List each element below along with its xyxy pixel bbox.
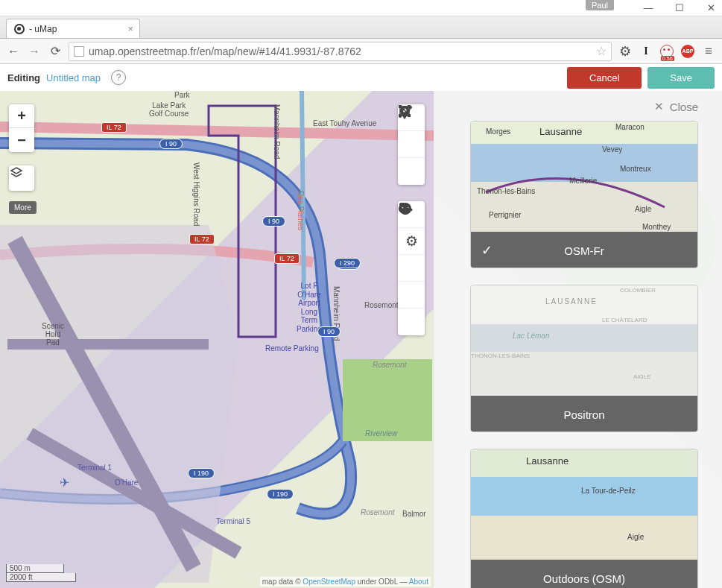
tile-name: OSM-Fr: [564, 244, 604, 257]
chrome-menu-icon[interactable]: ≡: [701, 44, 716, 59]
about-link[interactable]: About: [409, 578, 428, 586]
tile-name: Outdoors (OSM): [543, 572, 625, 585]
more-button[interactable]: More: [9, 201, 37, 214]
map-label: ScenicHoldPad: [42, 322, 64, 347]
bookmark-star-icon[interactable]: ☆: [596, 44, 607, 58]
map-label: Lake ParkGolf Course: [149, 101, 189, 118]
tilelayer-option-outdoors[interactable]: Lausanne La Tour-de-Peilz Aigle Outdoors…: [470, 449, 698, 588]
tilelayer-option-positron[interactable]: LAUSANNE COLOMBIER LE CHÂTELARD Lac Léma…: [470, 285, 698, 432]
map-label: East Touhy Avenue: [313, 119, 376, 127]
minimize-button[interactable]: —: [643, 3, 653, 13]
route-shield: IL 72: [101, 122, 127, 133]
reload-button[interactable]: ⟳: [48, 44, 63, 59]
map-label: West Higgins Road: [192, 162, 200, 226]
route-shield: IL 72: [189, 234, 215, 244]
settings-gear-icon[interactable]: ⚙: [618, 44, 633, 59]
route-shield: I 190: [188, 468, 215, 478]
map-settings-button[interactable]: ⚙: [398, 228, 425, 255]
draw-tools: [398, 104, 425, 185]
url-input[interactable]: [89, 45, 592, 57]
tile-preview: Morges Lausanne Maracon Vevey Montreux M…: [471, 121, 697, 232]
url-input-wrap: ☆: [69, 42, 612, 61]
tile-preview: LAUSANNE COLOMBIER LE CHÂTELARD Lac Léma…: [471, 285, 697, 396]
extension-face-icon[interactable]: 0.56: [659, 44, 674, 59]
editor-header: Editing Untitled map ? Cancel Save: [0, 64, 722, 91]
svg-rect-5: [399, 105, 402, 108]
url-bar: ← → ⟳ ☆ ⚙ I 0.56 ABP ≡: [0, 39, 722, 64]
user-badge: Paul: [586, 0, 614, 10]
editing-label: Editing: [7, 72, 40, 83]
route-shield: I 90: [159, 139, 183, 149]
center-zoom-button[interactable]: [398, 282, 425, 309]
close-window-button[interactable]: ✕: [706, 3, 716, 13]
svg-rect-6: [408, 105, 411, 108]
map-label: Lot FO'HareAirportLongTermParking: [297, 282, 322, 333]
page-icon: [74, 46, 84, 57]
map-label: O'Hare: [115, 478, 138, 487]
tile-name: Positron: [563, 408, 604, 421]
draw-polygon-button[interactable]: [398, 158, 425, 185]
map-attribution: map data © OpenStreetMap under ODbL — Ab…: [260, 577, 431, 587]
route-shield: IL 72: [274, 253, 300, 264]
tilelayer-panel: ✕ Close Morges Lausanne Maracon Vevey Mo…: [434, 91, 722, 588]
route-shield: I 190: [267, 489, 294, 499]
map-label: Rosemont: [373, 361, 407, 369]
import-layer-button[interactable]: [9, 165, 34, 191]
extension-i-icon[interactable]: I: [639, 44, 653, 59]
permissions-button[interactable]: [398, 309, 425, 335]
scale-control: 500 m 2000 ft: [6, 564, 76, 582]
map-label: Terminal 5: [216, 517, 250, 525]
svg-rect-7: [399, 114, 402, 117]
key-icon: [398, 201, 413, 216]
maximize-button[interactable]: ☐: [674, 3, 685, 13]
map-label: Remote Parking: [265, 344, 319, 353]
map-canvas[interactable]: Lake ParkGolf Course Park East Touhy Ave…: [0, 91, 434, 588]
map-label: Balmor: [402, 510, 426, 518]
close-tab-icon[interactable]: ×: [127, 23, 133, 34]
tab-title: - uMap: [29, 24, 57, 34]
map-tools: ⚙: [398, 201, 425, 335]
help-icon[interactable]: ?: [111, 70, 126, 85]
umap-favicon-icon: [14, 24, 25, 34]
adblock-icon[interactable]: ABP: [680, 44, 695, 59]
tile-footer: Outdoors (OSM): [471, 560, 697, 588]
forward-button[interactable]: →: [27, 44, 42, 59]
zoom-control: + −: [9, 104, 34, 152]
scale-imperial: 2000 ft: [6, 573, 76, 582]
map-label: Riverview: [365, 429, 397, 437]
svg-rect-8: [408, 114, 411, 117]
polygon-icon: [398, 104, 411, 118]
zoom-out-button[interactable]: −: [9, 128, 34, 152]
close-icon: ✕: [654, 100, 664, 113]
save-button[interactable]: Save: [647, 67, 715, 89]
window-titlebar: Paul — ☐ ✕: [0, 0, 722, 16]
tile-footer: ✓ OSM-Fr: [471, 232, 697, 268]
route-shield: I 290: [334, 258, 361, 268]
gear-icon: ⚙: [405, 233, 418, 250]
airplane-icon: ✈: [60, 475, 69, 490]
tab-strip: - uMap ×: [0, 16, 722, 39]
browser-tab[interactable]: - uMap ×: [6, 19, 140, 38]
map-label: Mannheim Road: [273, 104, 281, 159]
tilelayers-button[interactable]: [398, 255, 425, 282]
tile-preview: Lausanne La Tour-de-Peilz Aigle: [471, 449, 697, 560]
route-shield: I 90: [262, 216, 285, 227]
check-icon: ✓: [481, 242, 493, 259]
zoom-in-button[interactable]: +: [9, 104, 34, 128]
cancel-button[interactable]: Cancel: [567, 67, 642, 89]
close-panel-button[interactable]: ✕ Close: [470, 100, 698, 113]
route-shield: I 90: [317, 326, 341, 337]
tile-footer: Positron: [471, 396, 697, 432]
map-label: Terminal 1: [77, 464, 112, 472]
main-area: Lake ParkGolf Course Park East Touhy Ave…: [0, 91, 722, 588]
map-label: Rosemont: [361, 508, 395, 516]
map-label: Des Plaines: [297, 191, 305, 230]
osm-link[interactable]: OpenStreetMap: [303, 578, 355, 586]
svg-point-10: [399, 206, 405, 212]
map-label: Park: [174, 91, 190, 99]
back-button[interactable]: ←: [6, 44, 21, 59]
close-label: Close: [670, 101, 698, 113]
map-title[interactable]: Untitled map: [46, 72, 101, 83]
tilelayer-option-osmfr[interactable]: Morges Lausanne Maracon Vevey Montreux M…: [470, 121, 698, 268]
draw-line-button[interactable]: [398, 131, 425, 158]
